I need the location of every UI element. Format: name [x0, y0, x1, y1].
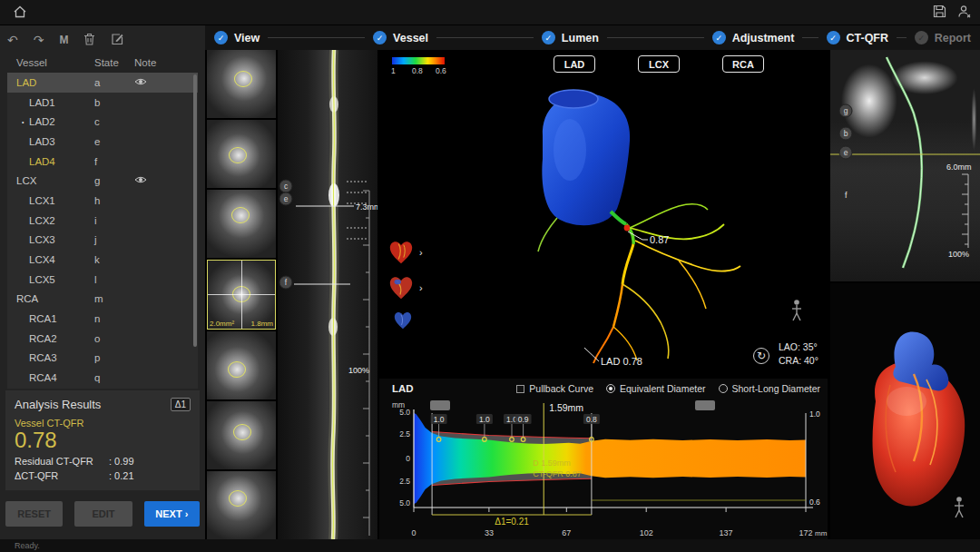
redo-icon[interactable]: ↷	[34, 34, 44, 46]
home-icon[interactable]	[13, 5, 27, 19]
control-label: Short-Long Diameter	[732, 383, 820, 394]
cra-angle: CRA: 40°	[779, 354, 818, 368]
rotation-reset-icon[interactable]: ↻	[753, 348, 769, 364]
cross-section-thumb-7[interactable]	[207, 471, 276, 539]
cross-section-thumb-1[interactable]	[207, 50, 276, 118]
undo-icon[interactable]: ↶	[7, 34, 18, 46]
tab-label: Vessel	[393, 32, 428, 44]
heart-3d-panel[interactable]	[830, 283, 980, 539]
x-tick-label: 67	[562, 528, 571, 537]
tab-ct-qfr[interactable]: ✓CT-QFR	[827, 31, 889, 44]
pullback-chart[interactable]: mm5.02.502.55.01.00.61.59mmΔ1=0.21D 1.59…	[379, 399, 828, 539]
measure-tool-button[interactable]: M	[59, 34, 68, 46]
vessel-row-lcx5[interactable]: LCX5l	[7, 270, 198, 290]
eye-icon[interactable]	[134, 77, 147, 86]
vessel-row-lcx[interactable]: LCXg	[7, 171, 198, 191]
column-header-state: State	[94, 57, 134, 68]
status-bar: Ready.	[0, 539, 980, 552]
cross-section-thumb-5[interactable]	[207, 331, 276, 399]
vessel-row-lad4[interactable]: LAD4f	[7, 152, 198, 172]
vessel-name: LCX4	[7, 254, 94, 265]
vessel-row-rca3[interactable]: RCA3p	[7, 349, 198, 369]
tab-vessel[interactable]: ✓Vessel	[373, 31, 428, 44]
svg-text:e: e	[284, 194, 289, 203]
range-handle[interactable]	[430, 400, 450, 410]
svg-text:e: e	[844, 148, 848, 157]
next-button[interactable]: NEXT ›	[144, 501, 200, 527]
tab-lumen[interactable]: ✓Lumen	[542, 31, 599, 44]
lumen-contour-ring	[231, 207, 250, 223]
user-logout-icon[interactable]	[957, 5, 972, 19]
vessel-row-rca2[interactable]: RCA2o	[7, 329, 198, 349]
vessel-name: RCA3	[7, 352, 94, 363]
vessel-qfr-value: 0.78	[15, 429, 191, 452]
vessel-row-lad3[interactable]: LAD3e	[7, 132, 198, 152]
vessel-state: o	[94, 333, 134, 344]
workflow-tab-bar: ✓View✓Vessel✓Lumen✓Adjustment✓CT-QFR✓Rep…	[205, 25, 980, 50]
lumen-contour-ring	[228, 361, 246, 378]
chart-control-equivalent-diameter[interactable]: Equivalent Diameter	[606, 383, 706, 394]
tab-adjustment[interactable]: ✓Adjustment	[712, 31, 795, 44]
edit-icon[interactable]	[111, 33, 123, 47]
vessel-row-rca[interactable]: RCAm	[7, 290, 198, 310]
edit-button[interactable]: EDIT	[74, 501, 132, 527]
vessel-row-lad[interactable]: LADa	[7, 73, 198, 93]
chart-control-short-long-diameter[interactable]: Short-Long Diameter	[719, 383, 820, 394]
radio-icon[interactable]	[606, 384, 615, 393]
vessel-state: f	[94, 156, 134, 167]
range-handle[interactable]	[695, 400, 715, 410]
vessel-row-rca1[interactable]: RCA1n	[7, 309, 198, 329]
vessel-state: h	[94, 195, 134, 206]
vessel-row-lad1[interactable]: LAD1b	[7, 93, 198, 113]
tab-view[interactable]: ✓View	[214, 31, 260, 44]
cross-section-thumb-2[interactable]	[207, 120, 276, 188]
cross-section-thumb-3[interactable]	[207, 190, 276, 258]
heart-preset-2[interactable]: ›	[387, 274, 423, 301]
control-label: Pullback Curve	[529, 383, 593, 394]
straightened-mpr-overlay: 7.3mm 100% cef	[278, 50, 377, 539]
cpr-ruler-label: 6.0mm	[946, 163, 972, 172]
tab-report[interactable]: ✓Report	[915, 31, 971, 44]
cpr-zoom-label: 100%	[948, 250, 969, 259]
vessel-state: b	[94, 97, 134, 108]
vessel-row-lcx2[interactable]: LCX2i	[7, 211, 198, 231]
checkbox-icon[interactable]	[516, 385, 524, 393]
x-tick-label: 172	[799, 528, 812, 537]
curved-mpr-panel[interactable]: gbe f 6.0mm 100%	[830, 50, 980, 281]
vessel-row-lcx1[interactable]: LCX1h	[7, 191, 198, 211]
vessel-list-scrollbar[interactable]	[193, 74, 197, 347]
vessel-row-lcx4[interactable]: LCX4k	[7, 250, 198, 270]
viewer-3d-panel[interactable]: 1 0.8 0.6 LADLCXRCA	[379, 50, 828, 377]
lumen-contour-ring	[229, 147, 247, 163]
vessel-row-lad2[interactable]: •LAD2c	[7, 112, 198, 132]
radio-icon[interactable]	[719, 384, 728, 393]
marker-value: 1.0	[479, 415, 490, 424]
chart-display-controls: Pullback CurveEquivalent DiameterShort-L…	[516, 383, 820, 394]
vessel-state: g	[94, 175, 134, 186]
chart-header: LAD Pullback CurveEquivalent DiameterSho…	[379, 379, 828, 399]
reset-button[interactable]: RESET	[5, 501, 63, 527]
cross-section-thumb-6[interactable]	[207, 401, 276, 469]
straightened-mpr-panel[interactable]: 7.3mm 100% cef	[278, 50, 377, 539]
cpr-marker-f: f	[845, 191, 848, 200]
eye-icon[interactable]	[134, 175, 147, 184]
x-tick-label: 0	[411, 528, 416, 537]
mld-label: 1.59mm	[549, 402, 583, 413]
vessel-row-lcx3[interactable]: LCX3j	[7, 231, 198, 251]
mpr-zoom-label: 100%	[348, 366, 369, 375]
y-tick-label: 5.0	[399, 408, 410, 417]
save-icon[interactable]	[933, 5, 946, 18]
cross-section-thumb-4[interactable]: 2.0mm²1.8mm	[207, 260, 276, 330]
vessel-row-rca4[interactable]: RCA4q	[7, 368, 198, 388]
heart-preset-3[interactable]	[387, 310, 423, 331]
check-circle-icon: ✓	[373, 31, 387, 44]
delete-icon[interactable]	[83, 33, 95, 47]
heart-preset-1[interactable]: ›	[387, 239, 423, 266]
application-window: ↶ ↷ M Vessel State Note LADaLAD1b•LAD2cL…	[0, 0, 980, 552]
y-tick-label: 2.5	[399, 477, 410, 486]
vessel-name: LAD	[7, 77, 94, 88]
crosshair-horizontal	[208, 294, 275, 295]
vessel-state: l	[94, 274, 134, 285]
y-right-tick: 0.6	[809, 498, 820, 507]
chart-control-pullback-curve[interactable]: Pullback Curve	[516, 383, 593, 394]
